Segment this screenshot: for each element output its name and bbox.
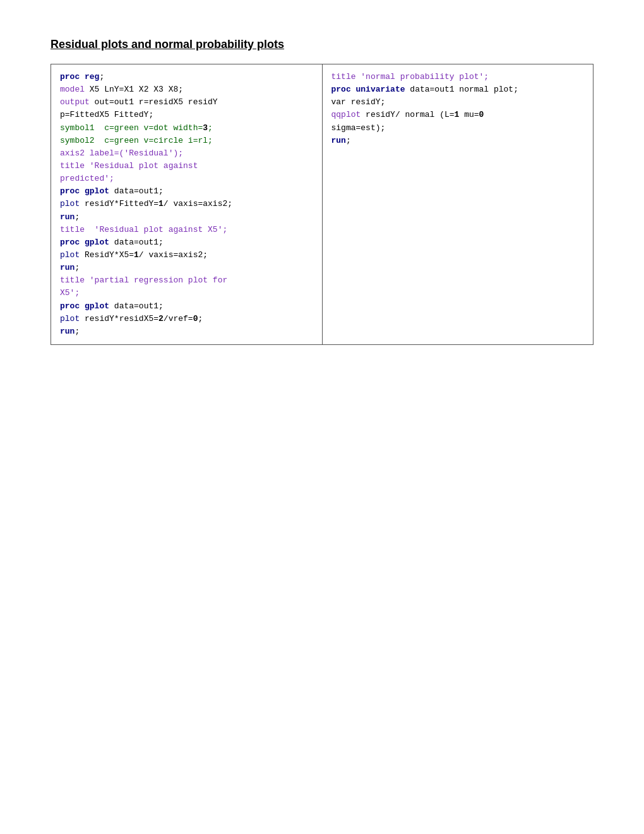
code-line: title 'normal probability plot'; bbox=[331, 71, 585, 83]
code-line: X5'; bbox=[60, 287, 313, 299]
code-line: run; bbox=[60, 211, 313, 224]
code-right-panel: title 'normal probability plot';proc uni… bbox=[323, 64, 593, 344]
code-line: output out=out1 r=residX5 residY bbox=[60, 96, 313, 109]
code-line: predicted'; bbox=[60, 172, 313, 185]
code-line: proc gplot data=out1; bbox=[60, 236, 313, 249]
code-line: title 'partial regression plot for bbox=[60, 274, 313, 287]
code-line: proc univariate data=out1 normal plot; bbox=[331, 83, 585, 96]
code-line: run; bbox=[60, 325, 313, 338]
code-line: p=FittedX5 FittedY; bbox=[60, 109, 313, 121]
code-line: proc reg; bbox=[60, 71, 313, 83]
code-line: symbol2 c=green v=circle i=rl; bbox=[60, 135, 313, 147]
code-line: symbol1 c=green v=dot width=3; bbox=[60, 122, 313, 135]
code-block: proc reg;model X5 LnY=X1 X2 X3 X8;output… bbox=[51, 64, 593, 345]
code-line: model X5 LnY=X1 X2 X3 X8; bbox=[60, 83, 313, 96]
code-line: axis2 label=('Residual'); bbox=[60, 147, 313, 160]
code-line: sigma=est); bbox=[331, 122, 585, 135]
code-left-panel: proc reg;model X5 LnY=X1 X2 X3 X8;output… bbox=[51, 64, 323, 344]
code-line: plot residY*residX5=2/vref=0; bbox=[60, 313, 313, 325]
code-line: run; bbox=[331, 135, 585, 147]
code-line: var residY; bbox=[331, 96, 585, 109]
page-title: Residual plots and normal probability pl… bbox=[51, 38, 593, 51]
code-line: title 'Residual plot against bbox=[60, 160, 313, 172]
code-line: run; bbox=[60, 262, 313, 274]
code-line: proc gplot data=out1; bbox=[60, 185, 313, 198]
code-line: plot residY*FittedY=1/ vaxis=axis2; bbox=[60, 198, 313, 210]
code-line: proc gplot data=out1; bbox=[60, 300, 313, 313]
code-line: title 'Residual plot against X5'; bbox=[60, 224, 313, 236]
code-line: qqplot residY/ normal (L=1 mu=0 bbox=[331, 109, 585, 121]
code-line: plot ResidY*X5=1/ vaxis=axis2; bbox=[60, 249, 313, 262]
